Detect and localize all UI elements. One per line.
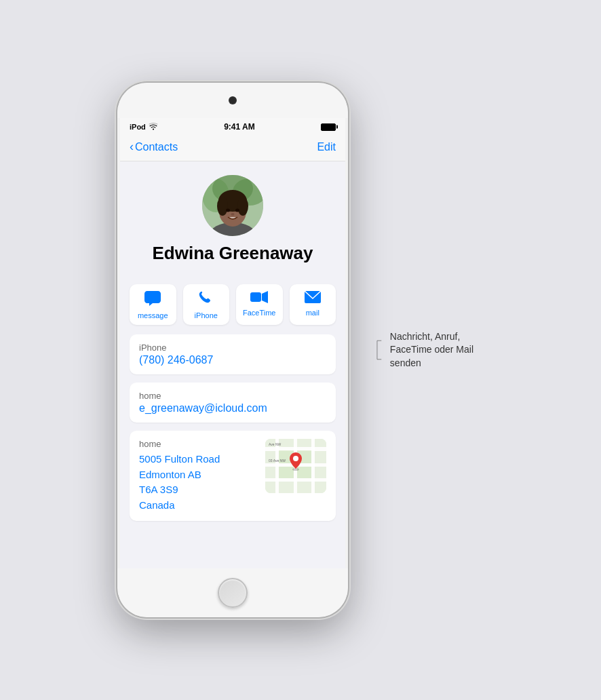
avatar (202, 175, 263, 236)
mail-button[interactable]: mail (290, 284, 336, 325)
svg-rect-22 (311, 439, 315, 493)
message-button[interactable]: message (130, 284, 176, 325)
svg-point-8 (217, 197, 228, 216)
address-label: home (139, 439, 258, 449)
svg-point-9 (237, 197, 248, 216)
email-info-section: home e_greenaway@icloud.com (130, 383, 336, 423)
svg-text:Ave NW: Ave NW (269, 442, 282, 446)
device-screen: iPod 9:41 AM (120, 118, 345, 568)
svg-point-30 (293, 456, 298, 461)
mail-icon (305, 291, 321, 306)
address-line1[interactable]: 5005 Fulton Road (139, 452, 258, 467)
status-bar: iPod 9:41 AM (120, 118, 345, 134)
svg-rect-20 (275, 439, 279, 493)
message-icon (144, 291, 161, 309)
facetime-label: FaceTime (243, 309, 276, 317)
svg-text:03 Ave NW: 03 Ave NW (269, 459, 286, 463)
device-top (117, 83, 348, 118)
svg-rect-26 (297, 467, 311, 478)
svg-marker-14 (262, 291, 268, 303)
front-camera (229, 96, 237, 104)
email-value[interactable]: e_greenaway@icloud.com (139, 402, 326, 414)
mail-label: mail (306, 309, 319, 317)
status-left: iPod (130, 123, 158, 132)
scene: iPod 9:41 AM (117, 83, 484, 617)
address-text: home 5005 Fulton Road Edmonton AB T6A 3S… (139, 439, 258, 513)
contact-name: Edwina Greenaway (139, 243, 327, 264)
device-bottom (117, 568, 348, 617)
email-label: home (139, 391, 326, 401)
bracket-icon (375, 330, 382, 370)
iphone-call-button[interactable]: iPhone (183, 284, 230, 325)
iphone-label: iPhone (195, 311, 218, 319)
contact-content: Edwina Greenaway message (120, 161, 345, 568)
status-time: 9:41 AM (224, 122, 255, 132)
action-buttons: message iPhone (120, 275, 345, 334)
address-section: home 5005 Fulton Road Edmonton AB T6A 3S… (130, 431, 336, 521)
back-chevron-icon: ‹ (130, 140, 134, 154)
annotation-text: Nachricht, Anruf, FaceTime oder Mail sen… (390, 330, 484, 370)
address-line3: T6A 3S9 (139, 482, 258, 498)
svg-rect-13 (250, 292, 261, 302)
iphone-device: iPod 9:41 AM (117, 83, 348, 617)
address-line4: Canada (139, 498, 258, 513)
address-line2: Edmonton AB (139, 467, 258, 483)
edit-button[interactable]: Edit (317, 141, 336, 153)
back-label: Contacts (135, 141, 178, 153)
wifi-icon (149, 123, 158, 132)
phone-value[interactable]: (780) 246-0687 (139, 354, 326, 366)
home-button[interactable] (218, 578, 248, 608)
map-thumbnail[interactable]: Ave NW 03 Ave NW (265, 439, 326, 493)
phone-icon (199, 291, 214, 309)
battery-icon (321, 123, 336, 131)
avatar-section: Edwina Greenaway (120, 161, 345, 275)
facetime-icon (250, 291, 268, 306)
back-button[interactable]: ‹ Contacts (130, 140, 178, 154)
message-label: message (138, 311, 168, 319)
phone-label: iPhone (139, 343, 326, 353)
sidebar-annotation: Nachricht, Anruf, FaceTime oder Mail sen… (375, 330, 484, 370)
svg-point-11 (235, 209, 239, 212)
svg-point-12 (231, 213, 235, 216)
carrier-label: iPod (130, 123, 146, 131)
phone-info-section: iPhone (780) 246-0687 (130, 334, 336, 374)
svg-rect-25 (279, 467, 294, 478)
facetime-button[interactable]: FaceTime (236, 284, 283, 325)
status-right (321, 123, 336, 131)
nav-bar: ‹ Contacts Edit (120, 134, 345, 161)
svg-point-10 (226, 209, 230, 212)
